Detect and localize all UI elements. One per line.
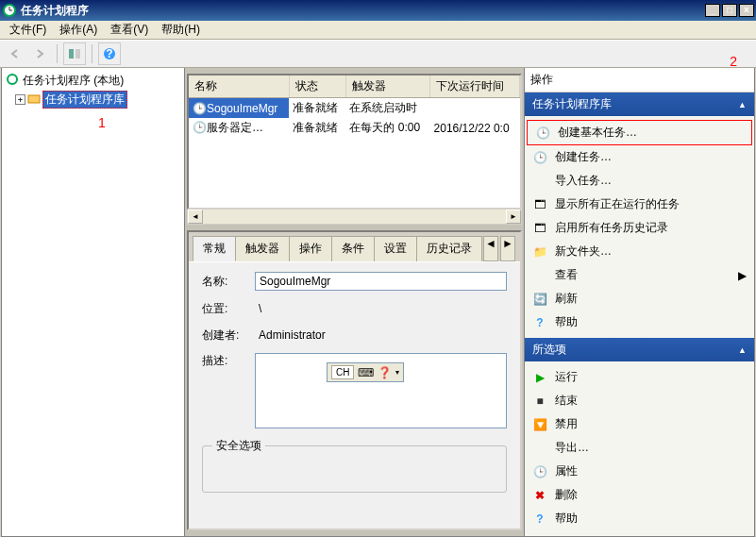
action-label: 禁用: [555, 416, 578, 432]
scroll-right[interactable]: ►: [506, 210, 521, 224]
task-next: 2016/12/22 0:0: [430, 118, 520, 138]
refresh-icon: 🔄: [532, 292, 547, 307]
action-help-2[interactable]: ?帮助: [525, 507, 754, 530]
minimize-button[interactable]: _: [705, 4, 720, 17]
task-row[interactable]: 🕒服务器定… 准备就绪 在每天的 0:00 2016/12/22 0:0: [189, 118, 520, 138]
tree-root[interactable]: 任务计划程序 (本地): [2, 72, 184, 90]
tree-pane: 任务计划程序 (本地) + 任务计划程序库 1: [2, 68, 185, 536]
action-create-task[interactable]: 🕒创建任务…: [525, 145, 754, 169]
svg-rect-8: [28, 95, 40, 103]
actions-section-library[interactable]: 任务计划程序库 ▲: [525, 92, 754, 116]
list-scrollbar[interactable]: ◄ ►: [187, 210, 522, 225]
chevron-down-icon[interactable]: ▾: [395, 368, 399, 377]
action-view[interactable]: 查看▶: [525, 263, 754, 287]
tab-history[interactable]: 历史记录: [416, 236, 482, 261]
task-status: 准备就绪: [289, 118, 345, 138]
action-label: 删除: [555, 487, 578, 503]
actions-section-selected[interactable]: 所选项 ▲: [525, 338, 754, 361]
location-value: \: [255, 300, 507, 317]
lang-ch[interactable]: CH: [331, 365, 354, 379]
folder-icon: [27, 92, 41, 108]
location-label: 位置:: [202, 301, 255, 317]
view-icon: [532, 268, 547, 283]
svg-text:?: ?: [106, 47, 112, 60]
content: 任务计划程序 (本地) + 任务计划程序库 1 名称 状态 触发器 下次运行时间: [1, 68, 755, 537]
actions-list-library: 🕒创建基本任务… 2 🕒创建任务… 导入任务… 🗔显示所有正在运行的任务 🗔启用…: [525, 116, 754, 338]
toolbar-separator: [57, 44, 58, 63]
tab-triggers[interactable]: 触发器: [235, 236, 290, 261]
task-next: [430, 98, 520, 119]
action-create-basic-task[interactable]: 🕒创建基本任务…: [527, 120, 752, 145]
tab-actions[interactable]: 操作: [289, 236, 332, 261]
keyboard-icon[interactable]: ⌨: [358, 366, 374, 379]
clock-icon: 🕒: [193, 102, 207, 115]
task-name: 服务器定…: [207, 121, 263, 134]
action-end[interactable]: ■结束: [525, 389, 754, 412]
action-refresh[interactable]: 🔄刷新: [525, 287, 754, 310]
action-label: 刷新: [555, 291, 578, 307]
menu-action[interactable]: 操作(A): [54, 20, 103, 40]
export-icon: [532, 441, 547, 456]
tab-settings[interactable]: 设置: [374, 236, 417, 261]
security-fieldset: 安全选项: [202, 438, 507, 493]
tab-scroll-left[interactable]: ◄: [483, 236, 498, 261]
help-icon: ?: [532, 315, 547, 330]
import-icon: [532, 174, 547, 189]
expand-icon[interactable]: +: [15, 94, 25, 105]
task-trigger: 在系统启动时: [345, 98, 429, 119]
tab-general[interactable]: 常规: [193, 236, 236, 261]
close-button[interactable]: ×: [739, 4, 754, 17]
show-actions-button[interactable]: [63, 42, 86, 65]
task-row[interactable]: 🕒SogouImeMgr 准备就绪 在系统启动时: [189, 98, 520, 119]
help-icon: ?: [532, 512, 547, 527]
action-label: 导出…: [555, 440, 589, 456]
clock-icon: 🕒: [535, 126, 550, 141]
tab-conditions[interactable]: 条件: [331, 236, 375, 261]
titlebar: 任务计划程序 _ □ ×: [0, 0, 756, 21]
name-field[interactable]: [255, 272, 507, 291]
delete-icon: ✖: [532, 488, 547, 503]
action-label: 帮助: [555, 314, 578, 330]
help-toolbar-button[interactable]: ?: [98, 42, 121, 65]
task-trigger: 在每天的 0:00: [345, 118, 429, 138]
action-label: 显示所有正在运行的任务: [555, 196, 680, 212]
task-list[interactable]: 名称 状态 触发器 下次运行时间 🕒SogouImeMgr 准备就绪 在系统启动…: [187, 74, 522, 210]
action-disable[interactable]: 🔽禁用: [525, 412, 754, 436]
action-label: 导入任务…: [555, 173, 612, 189]
collapse-icon: ▲: [738, 345, 747, 355]
tree-library[interactable]: + 任务计划程序库: [2, 90, 184, 109]
action-export[interactable]: 导出…: [525, 436, 754, 460]
section-label: 任务计划程序库: [532, 96, 612, 112]
action-properties[interactable]: 🕒属性: [525, 460, 754, 483]
section-label: 所选项: [532, 342, 566, 358]
maximize-button[interactable]: □: [722, 4, 737, 17]
col-name[interactable]: 名称: [189, 76, 289, 98]
general-form: 名称: 位置: \ 创建者: Administrator 描述: 安全选项: [189, 262, 520, 502]
properties-icon: 🕒: [532, 464, 547, 479]
collapse-icon: ▲: [738, 100, 747, 109]
scroll-track[interactable]: [203, 210, 506, 224]
menu-view[interactable]: 查看(V): [105, 20, 154, 40]
tab-scroll-right[interactable]: ►: [500, 236, 515, 261]
action-show-running[interactable]: 🗔显示所有正在运行的任务: [525, 193, 754, 216]
forward-button[interactable]: [28, 42, 51, 65]
action-help[interactable]: ?帮助: [525, 310, 754, 334]
action-label: 创建任务…: [555, 149, 612, 165]
menu-help[interactable]: 帮助(H): [156, 20, 206, 40]
col-next[interactable]: 下次运行时间: [430, 76, 520, 98]
menu-file[interactable]: 文件(F): [4, 20, 52, 40]
action-enable-history[interactable]: 🗔启用所有任务历史记录: [525, 216, 754, 240]
action-import-task[interactable]: 导入任务…: [525, 169, 754, 193]
action-new-folder[interactable]: 📁新文件夹…: [525, 240, 754, 263]
col-trigger[interactable]: 触发器: [345, 76, 429, 98]
action-delete[interactable]: ✖删除: [525, 483, 754, 507]
col-status[interactable]: 状态: [289, 76, 345, 98]
svg-rect-4: [76, 49, 80, 59]
back-button[interactable]: [4, 42, 26, 65]
actions-header: 操作: [525, 68, 754, 92]
task-list-wrap: 名称 状态 触发器 下次运行时间 🕒SogouImeMgr 准备就绪 在系统启动…: [187, 74, 522, 225]
language-bar[interactable]: CH ⌨ ❓ ▾: [327, 362, 404, 382]
scroll-left[interactable]: ◄: [188, 210, 203, 224]
action-run[interactable]: ▶运行: [525, 365, 754, 389]
help-icon[interactable]: ❓: [378, 366, 392, 379]
